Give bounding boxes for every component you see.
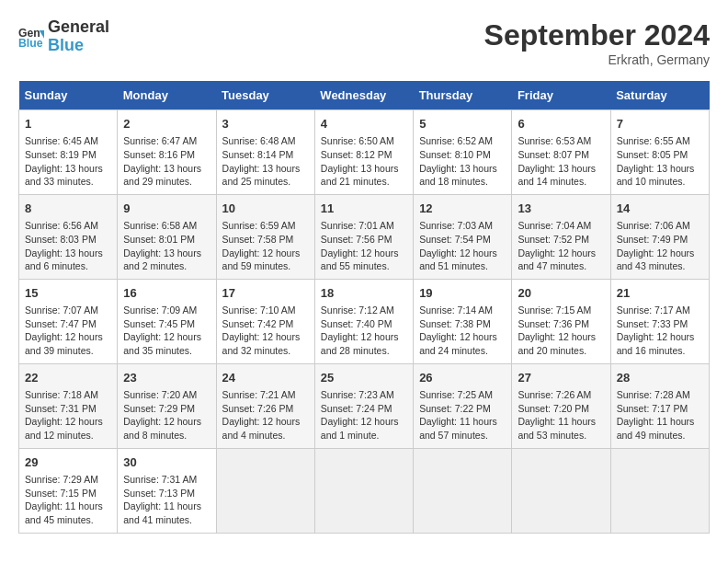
day-info-line: Daylight: 13 hours: [123, 247, 210, 260]
calendar-cell: 3Sunrise: 6:48 AMSunset: 8:14 PMDaylight…: [216, 110, 314, 195]
day-info-line: Sunrise: 7:06 AM: [617, 219, 703, 233]
day-info-line: and 4 minutes.: [222, 429, 309, 442]
day-number: 17: [222, 285, 309, 302]
day-number: 18: [321, 285, 407, 302]
day-info-line: Sunset: 8:10 PM: [419, 148, 506, 162]
calendar-cell: 7Sunrise: 6:55 AMSunset: 8:05 PMDaylight…: [610, 110, 709, 195]
day-info-line: Daylight: 12 hours: [25, 415, 111, 429]
day-info-line: and 41 minutes.: [123, 513, 210, 527]
day-number: 13: [518, 201, 604, 217]
day-number: 6: [518, 116, 604, 132]
day-info-line: Sunrise: 7:09 AM: [123, 304, 210, 317]
calendar-row-4: 22Sunrise: 7:18 AMSunset: 7:31 PMDayligh…: [19, 363, 710, 448]
day-info-line: Sunrise: 7:23 AM: [321, 388, 407, 402]
day-info-line: Sunset: 8:14 PM: [222, 148, 309, 162]
day-info-line: Sunset: 7:54 PM: [419, 233, 506, 247]
day-info-line: Sunrise: 6:47 AM: [123, 134, 210, 148]
calendar-cell: 23Sunrise: 7:20 AMSunset: 7:29 PMDayligh…: [118, 363, 216, 448]
svg-text:Blue: Blue: [18, 36, 43, 49]
day-info-line: and 45 minutes.: [25, 513, 111, 527]
calendar-cell: 27Sunrise: 7:26 AMSunset: 7:20 PMDayligh…: [512, 363, 610, 448]
day-info-line: Sunset: 8:01 PM: [123, 233, 210, 247]
calendar-cell: 30Sunrise: 7:31 AMSunset: 7:13 PMDayligh…: [118, 448, 216, 533]
day-number: 4: [321, 116, 407, 132]
day-info-line: and 20 minutes.: [518, 344, 604, 358]
day-info-line: and 10 minutes.: [617, 175, 703, 189]
day-number: 21: [617, 285, 703, 302]
day-info-line: Daylight: 12 hours: [321, 247, 407, 260]
day-number: 1: [25, 116, 111, 132]
day-info-line: Daylight: 11 hours: [617, 415, 703, 429]
day-info-line: Sunrise: 7:20 AM: [123, 388, 210, 402]
day-info-line: and 6 minutes.: [25, 259, 111, 273]
day-info-line: Sunset: 8:19 PM: [25, 148, 111, 162]
day-info-line: Daylight: 12 hours: [617, 247, 703, 260]
day-info-line: Sunset: 7:13 PM: [123, 487, 210, 500]
day-info-line: and 24 minutes.: [419, 344, 506, 358]
day-info-line: Daylight: 13 hours: [518, 162, 604, 176]
day-info-line: Sunrise: 6:45 AM: [25, 134, 111, 148]
calendar-cell: 5Sunrise: 6:52 AMSunset: 8:10 PMDaylight…: [414, 110, 512, 195]
day-info-line: Daylight: 12 hours: [419, 247, 506, 260]
day-info-line: and 51 minutes.: [419, 259, 506, 273]
logo: Gen Blue General Blue: [18, 18, 109, 55]
calendar-cell: 28Sunrise: 7:28 AMSunset: 7:17 PMDayligh…: [610, 363, 709, 448]
day-info-line: Daylight: 12 hours: [321, 330, 407, 344]
day-info-line: and 8 minutes.: [123, 429, 210, 442]
day-info-line: Sunset: 7:26 PM: [222, 402, 309, 416]
day-info-line: Sunset: 7:31 PM: [25, 402, 111, 416]
day-info-line: Sunrise: 7:29 AM: [25, 473, 111, 487]
day-info-line: and 57 minutes.: [419, 429, 506, 442]
day-info-line: Daylight: 11 hours: [419, 415, 506, 429]
day-info-line: Sunset: 7:45 PM: [123, 317, 210, 331]
month-year-title: September 2024: [484, 18, 710, 52]
day-info-line: Sunrise: 6:53 AM: [518, 134, 604, 148]
calendar-cell: 13Sunrise: 7:04 AMSunset: 7:52 PMDayligh…: [512, 194, 610, 279]
day-info-line: Sunrise: 7:07 AM: [25, 304, 111, 317]
day-number: 28: [617, 370, 703, 386]
day-info-line: Sunrise: 7:31 AM: [123, 473, 210, 487]
day-info-line: Daylight: 11 hours: [123, 500, 210, 513]
day-number: 30: [123, 454, 210, 471]
day-info-line: Sunset: 7:29 PM: [123, 402, 210, 416]
day-info-line: Daylight: 11 hours: [518, 415, 604, 429]
day-info-line: Daylight: 12 hours: [518, 247, 604, 260]
calendar-cell: 15Sunrise: 7:07 AMSunset: 7:47 PMDayligh…: [19, 279, 118, 363]
calendar-cell: [414, 448, 512, 533]
logo-text: General Blue: [48, 18, 109, 55]
day-info-line: and 29 minutes.: [123, 175, 210, 189]
day-info-line: Sunset: 7:15 PM: [25, 487, 111, 500]
day-number: 29: [25, 454, 111, 471]
day-info-line: Sunset: 7:40 PM: [321, 317, 407, 331]
day-info-line: Sunrise: 7:28 AM: [617, 388, 703, 402]
calendar-cell: [512, 448, 610, 533]
day-number: 11: [321, 201, 407, 217]
day-info-line: Sunset: 7:58 PM: [222, 233, 309, 247]
day-info-line: Sunrise: 6:50 AM: [321, 134, 407, 148]
calendar-row-2: 8Sunrise: 6:56 AMSunset: 8:03 PMDaylight…: [19, 194, 710, 279]
day-info-line: and 55 minutes.: [321, 259, 407, 273]
day-number: 9: [123, 201, 210, 217]
calendar-row-3: 15Sunrise: 7:07 AMSunset: 7:47 PMDayligh…: [19, 279, 710, 363]
col-wednesday: Wednesday: [314, 81, 413, 110]
day-info-line: Sunrise: 6:58 AM: [123, 219, 210, 233]
day-info-line: Daylight: 13 hours: [25, 162, 111, 176]
calendar-cell: 10Sunrise: 6:59 AMSunset: 7:58 PMDayligh…: [216, 194, 314, 279]
day-info-line: Daylight: 12 hours: [123, 415, 210, 429]
page-header: Gen Blue General Blue September 2024 Erk…: [18, 18, 710, 67]
location-subtitle: Erkrath, Germany: [484, 52, 710, 67]
day-info-line: Daylight: 12 hours: [222, 247, 309, 260]
day-number: 24: [222, 370, 309, 386]
day-info-line: Sunrise: 6:48 AM: [222, 134, 309, 148]
calendar-cell: 11Sunrise: 7:01 AMSunset: 7:56 PMDayligh…: [314, 194, 413, 279]
day-info-line: and 21 minutes.: [321, 175, 407, 189]
day-info-line: and 47 minutes.: [518, 259, 604, 273]
day-info-line: and 25 minutes.: [222, 175, 309, 189]
day-number: 20: [518, 285, 604, 302]
day-info-line: Sunrise: 6:59 AM: [222, 219, 309, 233]
day-info-line: and 12 minutes.: [25, 429, 111, 442]
col-monday: Monday: [118, 81, 216, 110]
day-info-line: Sunrise: 7:15 AM: [518, 304, 604, 317]
calendar-cell: 1Sunrise: 6:45 AMSunset: 8:19 PMDaylight…: [19, 110, 118, 195]
day-info-line: and 2 minutes.: [123, 259, 210, 273]
